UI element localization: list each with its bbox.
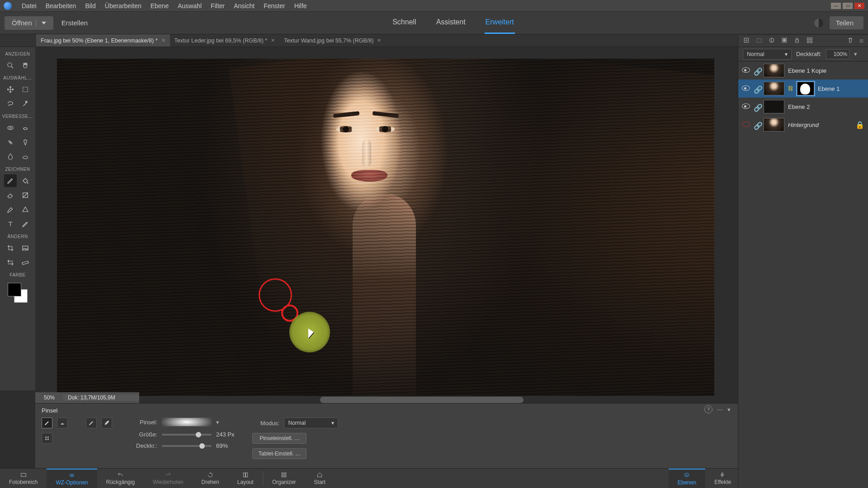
layer-row[interactable]: 🔗 Hintergrund 🔒 bbox=[738, 116, 868, 134]
close-button[interactable]: ✕ bbox=[854, 3, 864, 9]
move-tool-icon[interactable] bbox=[4, 83, 17, 96]
blend-mode-dropdown[interactable]: Normal▾ bbox=[284, 418, 338, 428]
blur-tool-icon[interactable] bbox=[4, 150, 17, 163]
eyedropper-tool-icon[interactable] bbox=[4, 203, 17, 216]
transform-tool-icon[interactable] bbox=[4, 256, 17, 269]
sponge-tool-icon[interactable] bbox=[19, 150, 32, 163]
layer-name[interactable]: Ebene 2 bbox=[788, 103, 810, 110]
menu-hilfe[interactable]: Hilfe bbox=[290, 2, 311, 9]
color-replace-brush-icon[interactable] bbox=[86, 418, 97, 428]
visibility-icon[interactable] bbox=[742, 103, 750, 110]
chevron-down-icon[interactable]: ▾ bbox=[216, 419, 219, 426]
layer-name[interactable]: Hintergrund bbox=[788, 122, 819, 128]
menu-ansicht[interactable]: Ansicht bbox=[229, 2, 259, 9]
canvas[interactable] bbox=[57, 59, 714, 396]
tab-quick[interactable]: Schnell bbox=[392, 12, 417, 34]
straighten-tool-icon[interactable] bbox=[19, 256, 32, 269]
dock-redo[interactable]: Wiederholen bbox=[144, 469, 192, 488]
dock-tool-options[interactable]: WZ-Optionen bbox=[47, 469, 97, 488]
layer-name[interactable]: Ebene 1 Kopie bbox=[788, 67, 826, 74]
eraser-tool-icon[interactable] bbox=[4, 189, 17, 202]
create-button[interactable]: Erstellen bbox=[61, 19, 92, 27]
panel-menu-icon[interactable]: ≡ bbox=[859, 37, 863, 45]
brush-settings-button[interactable]: Pinseleinstell. … bbox=[252, 433, 307, 444]
whiten-tool-icon[interactable] bbox=[19, 122, 32, 134]
layer-thumbnail[interactable] bbox=[764, 64, 784, 77]
hand-tool-icon[interactable] bbox=[19, 59, 32, 72]
new-group-icon[interactable] bbox=[755, 37, 763, 46]
open-button[interactable]: Öffnen bbox=[5, 16, 53, 30]
visibility-icon[interactable] bbox=[742, 122, 750, 128]
brush-opacity-value[interactable]: 69% bbox=[216, 442, 228, 449]
menu-bearbeiten[interactable]: Bearbeiten bbox=[41, 2, 81, 9]
theme-toggle-icon[interactable] bbox=[814, 19, 823, 28]
foreground-color-swatch[interactable] bbox=[8, 283, 21, 296]
menu-auswahl[interactable]: Auswahl bbox=[173, 2, 206, 9]
brush-size-value[interactable]: 243 Px bbox=[216, 431, 234, 438]
dock-layout[interactable]: Layout bbox=[228, 469, 263, 488]
pencil-variant-icon[interactable] bbox=[101, 418, 112, 428]
link-icon[interactable]: 🔗 bbox=[754, 85, 760, 92]
chevron-down-icon[interactable]: ▾ bbox=[727, 406, 731, 413]
close-icon[interactable]: ✕ bbox=[271, 38, 275, 43]
tab-advanced[interactable]: Erweitert bbox=[485, 12, 515, 34]
share-button[interactable]: Teilen bbox=[830, 16, 863, 29]
document-tab[interactable]: Textur Wand.jpg bei 55,7% (RGB/8) ✕ bbox=[279, 34, 386, 47]
type-tool-icon[interactable] bbox=[4, 218, 17, 230]
help-icon[interactable]: ? bbox=[704, 405, 712, 413]
bucket-tool-icon[interactable] bbox=[19, 174, 32, 187]
brush-variant-icon[interactable] bbox=[42, 418, 52, 428]
maximize-button[interactable]: ▭ bbox=[843, 3, 853, 9]
lasso-tool-icon[interactable] bbox=[4, 98, 17, 110]
lock-icon[interactable] bbox=[793, 37, 801, 46]
heal-tool-icon[interactable] bbox=[4, 136, 17, 149]
chain-icon[interactable]: ⛓ bbox=[788, 85, 793, 92]
recompose-tool-icon[interactable] bbox=[19, 242, 32, 254]
close-icon[interactable]: ✕ bbox=[161, 38, 165, 43]
layer-thumbnail[interactable] bbox=[764, 118, 784, 131]
visibility-icon[interactable] bbox=[742, 85, 750, 92]
dock-organizer[interactable]: Organizer bbox=[263, 469, 305, 488]
tablet-settings-button[interactable]: Tablet-Einstell. … bbox=[252, 448, 307, 459]
redeye-tool-icon[interactable] bbox=[4, 122, 17, 134]
menu-bild[interactable]: Bild bbox=[80, 2, 100, 9]
impressionist-brush-icon[interactable] bbox=[57, 418, 68, 428]
layer-row[interactable]: 🔗 Ebene 1 Kopie bbox=[738, 61, 868, 80]
layer-thumbnail[interactable] bbox=[764, 100, 784, 113]
chevron-down-icon[interactable]: ▾ bbox=[854, 51, 857, 57]
adjustment-layer-icon[interactable] bbox=[768, 37, 775, 46]
zoom-tool-icon[interactable] bbox=[4, 59, 17, 72]
menu-datei[interactable]: Datei bbox=[17, 2, 41, 9]
menu-filter[interactable]: Filter bbox=[206, 2, 229, 9]
close-icon[interactable]: ✕ bbox=[377, 38, 381, 43]
trash-icon[interactable] bbox=[847, 37, 854, 46]
layer-thumbnail[interactable] bbox=[764, 82, 784, 95]
layer-mask-thumbnail[interactable] bbox=[797, 82, 814, 95]
document-tab[interactable]: Frau.jpg bei 50% (Ebene 1, Ebenenmaske/8… bbox=[36, 34, 170, 47]
layer-row[interactable]: 🔗 ⛓ Ebene 1 bbox=[738, 80, 868, 98]
pencil-tool-icon[interactable] bbox=[19, 218, 32, 230]
brush-tool-icon[interactable] bbox=[4, 174, 17, 187]
dock-home[interactable]: Start bbox=[305, 469, 335, 488]
marquee-tool-icon[interactable] bbox=[19, 83, 32, 96]
mask-icon[interactable] bbox=[781, 37, 788, 46]
link-icon[interactable]: 🔗 bbox=[754, 67, 760, 74]
tab-assistant[interactable]: Assistent bbox=[435, 12, 467, 34]
dock-effects[interactable]: Effekte bbox=[705, 469, 740, 488]
dock-undo[interactable]: Rückgängig bbox=[97, 469, 144, 488]
visibility-icon[interactable] bbox=[742, 67, 750, 74]
crop-tool-icon[interactable] bbox=[4, 242, 17, 254]
clone-tool-icon[interactable] bbox=[19, 136, 32, 149]
link-icon[interactable]: 🔗 bbox=[754, 122, 760, 128]
layer-row[interactable]: 🔗 Ebene 2 bbox=[738, 98, 868, 116]
link-icon[interactable]: 🔗 bbox=[754, 103, 760, 110]
layer-blend-dropdown[interactable]: Normal▾ bbox=[743, 49, 792, 60]
dock-rotate[interactable]: Drehen bbox=[192, 469, 228, 488]
document-tab[interactable]: Textur Leder.jpg bei 69,5% (RGB/8) * ✕ bbox=[170, 34, 280, 47]
shape-tool-icon[interactable] bbox=[19, 203, 32, 216]
dock-layers[interactable]: Ebenen bbox=[669, 469, 705, 488]
dock-photo-bin[interactable]: Fotobereich bbox=[0, 469, 47, 488]
menu-ueberarbeiten[interactable]: Überarbeiten bbox=[100, 2, 146, 9]
brush-size-slider[interactable] bbox=[162, 434, 212, 436]
minimize-button[interactable]: — bbox=[831, 3, 841, 9]
